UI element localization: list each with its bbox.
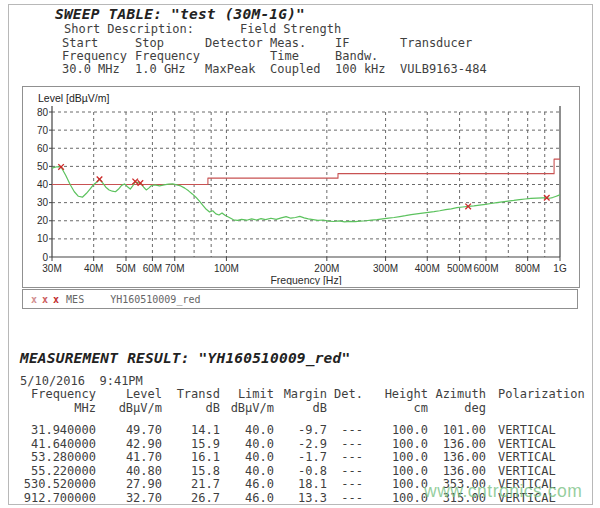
svg-text:0: 0 (42, 252, 48, 263)
svg-text:200M: 200M (314, 263, 339, 274)
col-detector-header1: Detector (205, 36, 263, 50)
result-cell: --- (327, 424, 363, 438)
result-cell: 101.00 (428, 424, 486, 438)
svg-text:40: 40 (37, 179, 49, 190)
col-transducer-header1: Transducer (400, 36, 472, 50)
svg-text:500M: 500M (447, 263, 472, 274)
result-cell: 40.0 (220, 451, 274, 465)
sweep-table-title: SWEEP TABLE: "test (30M-1G)" (55, 6, 305, 22)
col-stop-header1: Stop (135, 36, 164, 50)
legend-trace-type: MES (66, 294, 84, 305)
result-cell: -9.7 (274, 424, 327, 438)
col-start-header2: Frequency (62, 49, 127, 63)
result-data-row: 31.94000049.7014.140.0-9.7---100.0101.00… (0, 424, 600, 438)
result-cell: 14.1 (162, 424, 220, 438)
result-cell: 15.8 (162, 465, 220, 479)
result-cell (498, 402, 598, 416)
col-if-header2: Bandw. (335, 49, 378, 63)
result-cell: dBµV/m (220, 402, 274, 416)
result-cell: 100.0 (363, 451, 428, 465)
legend-panel: xxx MES YH160510009_red (22, 289, 578, 309)
result-cell: --- (327, 492, 363, 506)
if-bandwidth-value: 100 kHz (335, 62, 386, 76)
result-cell: 15.9 (162, 438, 220, 452)
result-cell: dB (162, 402, 220, 416)
result-cell: MHz (0, 402, 96, 416)
svg-text:10: 10 (37, 233, 49, 244)
stop-frequency-value: 1.0 GHz (135, 62, 186, 76)
result-cell: 26.7 (162, 492, 220, 506)
result-cell: 136.00 (428, 465, 486, 479)
col-if-header1: IF (335, 36, 349, 50)
result-cell: 100.0 (363, 492, 428, 506)
svg-text:300M: 300M (373, 263, 398, 274)
result-data-row: 55.22000040.8015.840.0-0.8---100.0136.00… (0, 465, 600, 479)
result-cell: 100.0 (363, 465, 428, 479)
svg-text:20: 20 (37, 215, 49, 226)
result-cell: 40.80 (96, 465, 162, 479)
result-cell: VERTICAL (498, 424, 598, 438)
result-cell: -1.7 (274, 451, 327, 465)
legend-x-marker-icon: x (42, 294, 48, 305)
svg-text:60M: 60M (143, 263, 162, 274)
result-cell: 100.0 (363, 438, 428, 452)
result-cell: -2.9 (274, 438, 327, 452)
result-cell: cm (363, 402, 428, 416)
svg-text:50M: 50M (116, 263, 135, 274)
result-cell: --- (327, 478, 363, 492)
sweep-chart: 0102030405060708030M40M50M60M70M100M200M… (23, 87, 577, 285)
result-cell: 42.90 (96, 438, 162, 452)
result-cell: 912.700000 (0, 492, 96, 506)
col-stop-header2: Frequency (135, 49, 200, 63)
result-cell: Det. (327, 388, 363, 402)
start-frequency-value: 30.0 MHz (62, 62, 120, 76)
result-cell: --- (327, 465, 363, 479)
result-data-row: 41.64000042.9015.940.0-2.9---100.0136.00… (0, 438, 600, 452)
result-cell: Height (363, 388, 428, 402)
result-cell: --- (327, 438, 363, 452)
svg-text:70: 70 (37, 125, 49, 136)
result-cell: -0.8 (274, 465, 327, 479)
result-cell: 136.00 (428, 451, 486, 465)
result-cell: 31.940000 (0, 424, 96, 438)
result-cell: Margin (274, 388, 327, 402)
result-cell: 100.0 (363, 424, 428, 438)
svg-text:100M: 100M (214, 263, 239, 274)
result-cell: VERTICAL (498, 451, 598, 465)
result-cell: Polarization (498, 388, 598, 402)
result-cell: 49.70 (96, 424, 162, 438)
result-cell: 40.0 (220, 465, 274, 479)
svg-text:Frequency [Hz]: Frequency [Hz] (270, 274, 341, 285)
result-cell: dB (274, 402, 327, 416)
result-cell: 53.280000 (0, 451, 96, 465)
result-cell: 40.0 (220, 438, 274, 452)
col-start-header1: Start (62, 36, 98, 50)
result-cell: 32.70 (96, 492, 162, 506)
result-cell: VERTICAL (498, 438, 598, 452)
result-cell: 41.640000 (0, 438, 96, 452)
chart-panel: Level [dBµV/m] 0102030405060708030M40M50… (22, 86, 580, 288)
result-cell: VERTICAL (498, 465, 598, 479)
result-cell: 46.0 (220, 492, 274, 506)
svg-text:80: 80 (37, 107, 49, 118)
result-cell: Limit (220, 388, 274, 402)
svg-text:70M: 70M (165, 263, 184, 274)
svg-text:1G: 1G (553, 263, 567, 274)
result-cell: 16.1 (162, 451, 220, 465)
result-cell: 530.520000 (0, 478, 96, 492)
result-cell: 13.3 (274, 492, 327, 506)
result-cell: dBµV/m (96, 402, 162, 416)
svg-text:30: 30 (37, 197, 49, 208)
result-cell: 41.70 (96, 451, 162, 465)
result-cell: 55.220000 (0, 465, 96, 479)
result-cell: 136.00 (428, 438, 486, 452)
result-cell: deg (428, 402, 486, 416)
result-cell: Frequency (0, 388, 96, 402)
short-description-label: Short Description: (64, 22, 194, 36)
legend-trace-name: YH160510009_red (110, 294, 200, 305)
col-meas-header2: Time (270, 49, 299, 63)
watermark: www.cntronics.com (424, 481, 582, 502)
transducer-value: VULB9163-484 (400, 62, 487, 76)
result-cell: Azimuth (428, 388, 486, 402)
result-units-row: MHzdBµV/mdBdBµV/mdBcmdeg (0, 402, 600, 416)
